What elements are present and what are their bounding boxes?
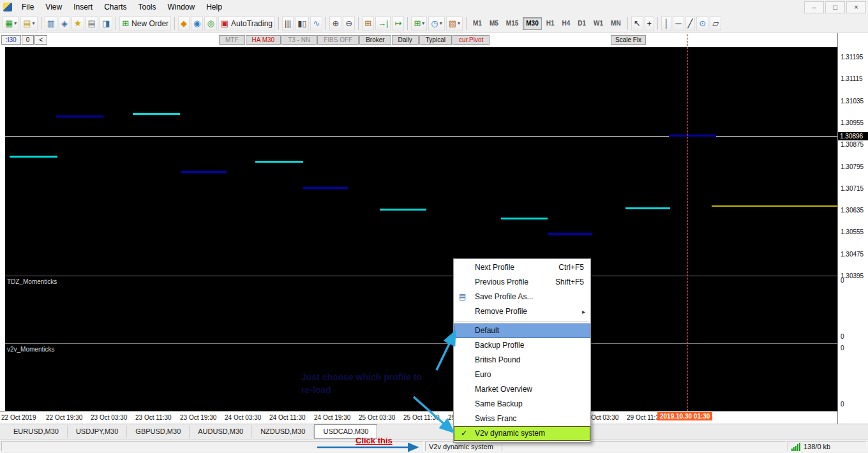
price-segment-navy	[669, 135, 716, 137]
subwindow-scale-label: 0	[841, 401, 844, 408]
timeframe-w1-button[interactable]: W1	[590, 17, 606, 30]
data-window-button[interactable]: ▤	[86, 16, 98, 31]
menu-item-v2v-dynamic-system[interactable]: ✓V2v dynamic system	[454, 426, 590, 441]
horizontal-line-button[interactable]: ─	[673, 16, 684, 31]
zoom-out-button[interactable]: ⊖	[343, 16, 355, 31]
tab-gbpusd-m30[interactable]: GBPUSD,M30	[127, 426, 190, 438]
menubar-view[interactable]: View	[40, 1, 68, 14]
bar-chart-button[interactable]: |||	[282, 16, 294, 31]
timeframe-m30-button[interactable]: M30	[523, 17, 541, 30]
candlestick-chart-button[interactable]: ▮▯	[295, 16, 309, 31]
trendline-button[interactable]: ╱	[685, 16, 696, 31]
mql5-community-button[interactable]: ◉	[191, 16, 203, 31]
menu-item-default[interactable]: Default	[454, 323, 590, 338]
scale-fix-button[interactable]: Scale Fix	[611, 35, 646, 45]
close-button[interactable]: ×	[846, 1, 866, 13]
menu-item-euro[interactable]: Euro	[454, 368, 590, 382]
crosshair-icon: +	[647, 19, 652, 27]
magnifier-button[interactable]: ⊙	[696, 16, 708, 31]
menu-item-label: Backup Profile	[475, 341, 524, 350]
timeframe-m1-button[interactable]: M1	[470, 17, 485, 30]
restore-button[interactable]: □	[825, 1, 845, 13]
favorites-button[interactable]: ★	[71, 16, 84, 31]
menu-item-previous-profile[interactable]: Previous ProfileShift+F5	[454, 275, 590, 290]
menu-item-swiss-franc[interactable]: Swiss Franc	[454, 412, 590, 426]
periods-button[interactable]: ◷▾	[428, 16, 444, 31]
zoom-in-button[interactable]: ⊕	[329, 16, 341, 31]
timeframe-m5-button[interactable]: M5	[486, 17, 502, 30]
new-chart-button[interactable]: ▦▾	[3, 16, 19, 31]
pane-divider[interactable]	[5, 343, 837, 344]
menu-item-same-backup[interactable]: Same Backup	[454, 397, 590, 412]
new-order-icon: ⊞	[122, 19, 129, 27]
timeframe-mn-button[interactable]: MN	[608, 17, 624, 30]
timeframe-h4-button[interactable]: H4	[559, 17, 574, 30]
menu-item-backup-profile[interactable]: Backup Profile	[454, 338, 590, 353]
menu-item-label: Euro	[475, 370, 491, 379]
chart-button-mtf[interactable]: MTF	[219, 35, 245, 45]
dropdown-arrow-icon: ▾	[14, 20, 17, 26]
dropdown-arrow-icon: ▾	[33, 20, 35, 26]
menubar-file[interactable]: File	[16, 1, 40, 14]
vertical-line-button[interactable]: │	[661, 16, 671, 31]
tile-windows-icon: ⊞	[364, 19, 371, 27]
timeframe-d1-button[interactable]: D1	[574, 17, 589, 30]
market-watch-button[interactable]: ▥	[45, 16, 57, 31]
chart-control-0[interactable]: 0	[22, 35, 34, 45]
menu-separator	[455, 321, 589, 322]
menu-item-market-overview[interactable]: Market Overview	[454, 382, 590, 397]
crosshair-button[interactable]: +	[645, 16, 655, 31]
line-chart-button[interactable]: ∿	[310, 16, 322, 31]
cursor-icon: ↖	[634, 19, 641, 27]
menubar-charts[interactable]: Charts	[98, 1, 132, 14]
timeframe-h1-button[interactable]: H1	[543, 17, 558, 30]
mql5-community-icon: ◉	[193, 19, 200, 27]
minimize-button[interactable]: –	[804, 1, 824, 13]
templates-button[interactable]: ▧▾	[446, 16, 463, 31]
chart-button-t3-nn[interactable]: T3 - NN	[281, 35, 317, 45]
chart-button-daily[interactable]: Daily	[392, 35, 419, 45]
price-scale[interactable]: 1.311951.311151.310351.309551.308751.307…	[837, 33, 868, 424]
dropdown-arrow-icon: ▾	[458, 20, 460, 26]
new-order-label: New Order	[131, 19, 168, 28]
menu-shortcut: Ctrl+F5	[558, 260, 584, 275]
timeframe-m15-button[interactable]: M15	[503, 17, 521, 30]
menubar-insert[interactable]: Insert	[68, 1, 98, 14]
chart-button-ha-m30[interactable]: HA M30	[246, 35, 281, 45]
annotation-click-this: Click this	[355, 436, 393, 445]
tab-audusd-m30[interactable]: AUDUSD,M30	[190, 426, 252, 438]
tab-usdjpy-m30[interactable]: USDJPY,M30	[68, 426, 127, 438]
menubar-help[interactable]: Help	[200, 1, 228, 14]
cursor-button[interactable]: ↖	[631, 16, 643, 31]
strategy-tester-button[interactable]: ◨	[100, 16, 112, 31]
menu-item-british-pound[interactable]: British Pound	[454, 353, 590, 368]
chart-button-broker[interactable]: Broker	[359, 35, 391, 45]
menubar-window[interactable]: Window	[162, 1, 201, 14]
chart-button-typical[interactable]: Typical	[419, 35, 452, 45]
chart-control-i30[interactable]: :I30	[1, 35, 21, 45]
profiles-button[interactable]: ▤▾	[20, 16, 37, 31]
new-order-button[interactable]: ⊞New Order	[119, 16, 171, 31]
pane-divider[interactable]	[5, 276, 837, 276]
navigator-button[interactable]: ◈	[59, 16, 70, 31]
tab-eurusd-m30[interactable]: EURUSD,M30	[5, 426, 68, 438]
chart-shift-button[interactable]: ↦	[392, 16, 404, 31]
tab-nzdusd-m30[interactable]: NZDUSD,M30	[252, 426, 314, 438]
signals-button[interactable]: ◎	[204, 16, 216, 31]
chart-control-[interactable]: <	[34, 35, 47, 45]
auto-scroll-button[interactable]: →|	[375, 16, 391, 31]
chart-button-cur-pivot[interactable]: cur.Pivot	[453, 35, 490, 45]
autotrading-button[interactable]: ▣AutoTrading	[218, 16, 275, 31]
tile-windows-button[interactable]: ⊞	[362, 16, 374, 31]
menu-item-save-profile-as[interactable]: ▤Save Profile As...	[454, 290, 590, 304]
menubar-tools[interactable]: Tools	[133, 1, 162, 14]
price-segment-navy	[181, 171, 227, 173]
menu-item-next-profile[interactable]: Next ProfileCtrl+F5	[454, 260, 590, 275]
chart-window[interactable]: :I300< MTFHA M30T3 - NNFIBS OFFBrokerDai…	[0, 33, 868, 424]
indicators-button[interactable]: ⊞▾	[411, 16, 427, 31]
chart-plot-area[interactable]: TDZ_Momenticks v2v_Momenticks	[5, 47, 837, 411]
metaeditor-button[interactable]: ◆	[178, 16, 190, 31]
chart-button-fibs-off[interactable]: FIBS OFF	[317, 35, 359, 45]
menu-item-remove-profile[interactable]: Remove Profile▸	[454, 304, 590, 319]
shapes-button[interactable]: ▱	[710, 16, 721, 31]
